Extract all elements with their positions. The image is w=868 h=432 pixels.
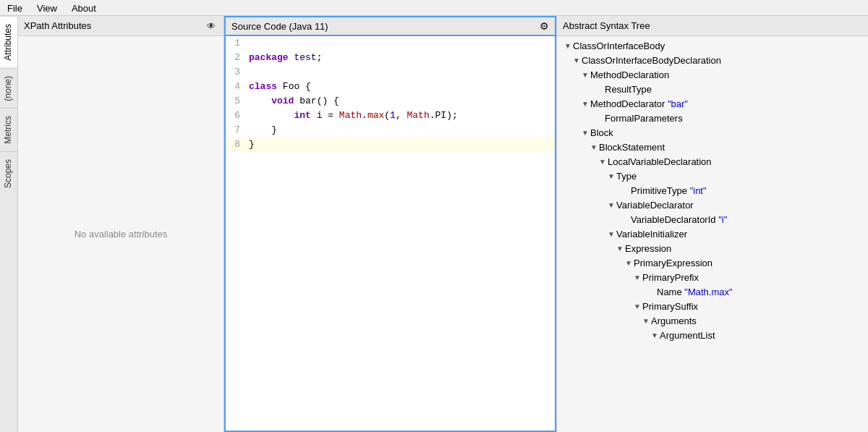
node-label: MethodDeclaration — [590, 68, 669, 82]
ast-node-block[interactable]: ▼ Block — [557, 126, 868, 140]
ast-panel-title: Abstract Syntax Tree — [563, 20, 650, 31]
menu-file[interactable]: File — [0, 1, 30, 14]
side-tab-scopes[interactable]: Scopes — [0, 151, 17, 195]
line-content-3 — [246, 65, 555, 80]
node-label: Name "Math.max" — [657, 285, 733, 300]
node-label: PrimarySuffix — [642, 300, 698, 314]
source-panel-title: Source Code (Java 11) — [231, 21, 540, 32]
line-number-7: 7 — [226, 123, 246, 137]
ast-node-methoddeclarator[interactable]: ▼ MethodDeclarator "bar" — [557, 97, 868, 111]
menubar: File View About — [0, 0, 868, 16]
triangle-icon: ▼ — [606, 227, 616, 242]
ast-node-vardeclid[interactable]: VariableDeclaratorId "i" — [557, 213, 868, 227]
triangle-icon — [621, 213, 631, 227]
ast-panel-header: Abstract Syntax Tree — [557, 16, 868, 36]
no-attributes-text: No available attributes — [75, 229, 168, 240]
ast-node-primaryprefix[interactable]: ▼ PrimaryPrefix — [557, 271, 868, 285]
ast-panel: Abstract Syntax Tree ▼ ClassOrInterfaceB… — [557, 16, 868, 432]
left-panel-header: XPath Attributes 👁 — [18, 16, 224, 36]
node-label: FormalParameters — [605, 111, 683, 126]
eye-icon[interactable]: 👁 — [205, 20, 218, 33]
line-number-3: 3 — [226, 65, 246, 80]
node-label: Type — [616, 169, 637, 184]
line-content-6: int i = Math.max(1, Math.PI); — [246, 109, 555, 123]
code-line-5: 5 void bar() { — [226, 94, 555, 109]
line-number-5: 5 — [226, 94, 246, 109]
triangle-icon: ▼ — [606, 169, 616, 184]
left-panel-content: No available attributes — [18, 36, 224, 432]
line-content-4: class Foo { — [246, 80, 555, 94]
ast-node-resulttype[interactable]: ResultType — [557, 82, 868, 97]
node-label: VariableDeclaratorId "i" — [631, 213, 727, 227]
line-number-1: 1 — [226, 36, 246, 51]
node-label: LocalVariableDeclaration — [608, 155, 712, 169]
triangle-icon: ▼ — [624, 256, 634, 271]
side-tab-metrics[interactable]: Metrics — [0, 108, 17, 151]
triangle-icon: ▼ — [563, 39, 573, 54]
ast-node-expression[interactable]: ▼ Expression — [557, 242, 868, 256]
ast-node-formalparams[interactable]: FormalParameters — [557, 111, 868, 126]
line-number-2: 2 — [226, 51, 246, 65]
triangle-icon — [647, 285, 657, 300]
line-content-5: void bar() { — [246, 94, 555, 109]
triangle-icon: ▼ — [571, 54, 582, 68]
line-number-8: 8 — [226, 137, 246, 152]
triangle-icon: ▼ — [606, 198, 616, 213]
triangle-icon — [595, 82, 605, 97]
triangle-icon: ▼ — [580, 68, 590, 82]
triangle-icon: ▼ — [580, 126, 590, 140]
triangle-icon: ▼ — [589, 140, 599, 155]
code-line-2: 2 package test; — [226, 51, 555, 65]
code-line-1: 1 — [226, 36, 555, 51]
node-label: Expression — [625, 242, 671, 256]
ast-node-localvardecl[interactable]: ▼ LocalVariableDeclaration — [557, 155, 868, 169]
triangle-icon — [595, 111, 605, 126]
node-label: ClassOrInterfaceBodyDeclaration — [582, 54, 721, 68]
ast-node-primitivetype[interactable]: PrimitiveType "int" — [557, 184, 868, 198]
ast-node-primarysuffix[interactable]: ▼ PrimarySuffix — [557, 300, 868, 314]
ast-node-arguments[interactable]: ▼ Arguments — [557, 314, 868, 329]
node-label: BlockStatement — [599, 140, 665, 155]
triangle-icon: ▼ — [641, 314, 651, 329]
gear-icon[interactable]: ⚙ — [540, 20, 549, 32]
source-code-area[interactable]: 1 2 package test; 3 4 class Foo { 5 vo — [224, 36, 556, 432]
ast-node-classorbody[interactable]: ▼ ClassOrInterfaceBody — [557, 39, 868, 54]
menu-view[interactable]: View — [30, 1, 64, 14]
line-content-8: } — [246, 137, 555, 152]
triangle-icon — [621, 184, 631, 198]
code-line-8: 8 } — [226, 137, 555, 152]
node-label: VariableInitializer — [616, 227, 687, 242]
code-line-3: 3 — [226, 65, 555, 80]
ast-node-varinit[interactable]: ▼ VariableInitializer — [557, 227, 868, 242]
node-label: PrimaryExpression — [634, 256, 712, 271]
node-label: Arguments — [651, 314, 697, 329]
triangle-icon: ▼ — [615, 242, 625, 256]
ast-node-primaryexpr[interactable]: ▼ PrimaryExpression — [557, 256, 868, 271]
ast-node-type[interactable]: ▼ Type — [557, 169, 868, 184]
left-panel-title: XPath Attributes — [24, 20, 205, 31]
side-tab-none[interactable]: (none) — [0, 68, 17, 109]
ast-node-argumentlist[interactable]: ▼ ArgumentList — [557, 329, 868, 343]
side-tab-attributes[interactable]: Attributes — [0, 16, 17, 68]
line-content-1 — [246, 36, 555, 51]
source-panel: Source Code (Java 11) ⚙ 1 2 package test… — [224, 16, 557, 432]
triangle-icon: ▼ — [650, 329, 660, 343]
ast-content[interactable]: ▼ ClassOrInterfaceBody ▼ ClassOrInterfac… — [557, 36, 868, 432]
node-label: VariableDeclarator — [616, 198, 694, 213]
triangle-icon: ▼ — [580, 97, 590, 111]
ast-node-classdecl[interactable]: ▼ ClassOrInterfaceBodyDeclaration — [557, 54, 868, 68]
node-label: ArgumentList — [660, 329, 715, 343]
ast-node-name[interactable]: Name "Math.max" — [557, 285, 868, 300]
ast-node-blockstmt[interactable]: ▼ BlockStatement — [557, 140, 868, 155]
ast-node-methoddecl[interactable]: ▼ MethodDeclaration — [557, 68, 868, 82]
node-label: Block — [590, 126, 613, 140]
line-content-7: } — [246, 123, 555, 137]
node-label: MethodDeclarator "bar" — [590, 97, 688, 111]
line-content-2: package test; — [246, 51, 555, 65]
side-tabs: Attributes (none) Metrics Scopes — [0, 16, 18, 432]
node-label: PrimitiveType "int" — [631, 184, 707, 198]
line-number-6: 6 — [226, 109, 246, 123]
menu-about[interactable]: About — [64, 1, 103, 14]
ast-node-vardeclarator[interactable]: ▼ VariableDeclarator — [557, 198, 868, 213]
left-panel: XPath Attributes 👁 No available attribut… — [18, 16, 224, 432]
